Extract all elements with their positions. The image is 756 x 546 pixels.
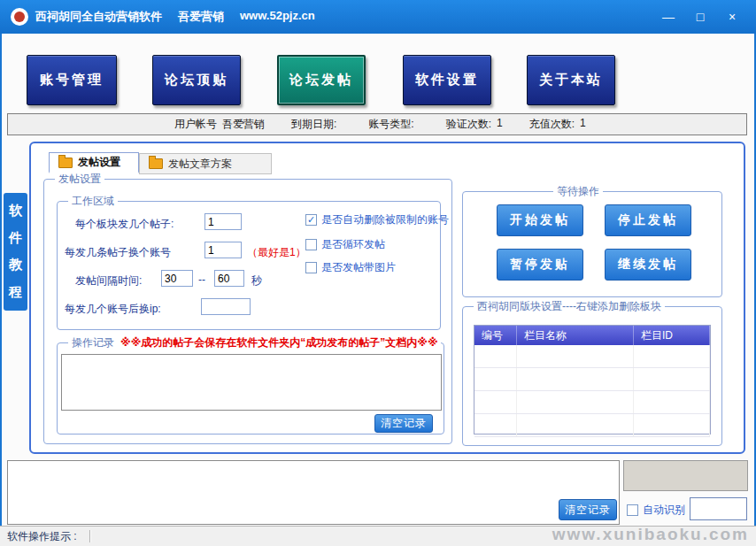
software-tutorial-strip[interactable]: 软 件 教 程	[4, 193, 27, 311]
maximize-icon[interactable]: □	[690, 7, 710, 27]
interval-to-input[interactable]	[214, 270, 244, 287]
board-table-header: 编号 栏目名称 栏目ID	[474, 326, 710, 345]
side-status-panel	[623, 460, 748, 491]
account-user: 用户帐号 吾爱营销	[174, 117, 265, 132]
app-title: 西祠胡同全自动营销软件	[35, 9, 162, 25]
nav-software-settings[interactable]: 软件设置	[403, 55, 491, 105]
success-save-notice: ※※成功的帖子会保存在软件文件夹内“成功发布的帖子”文档内※※	[118, 335, 441, 350]
minimize-icon[interactable]: —	[659, 7, 678, 27]
clear-bottom-log-button[interactable]: 清空记录	[559, 499, 617, 520]
main-panel: 发帖设置 发帖文章方案 发帖设置 工作区域 每个板块发几个帖子: 每发几条帖子换…	[29, 142, 745, 454]
account-info-bar: 用户帐号 吾爱营销 到期日期: 账号类型: 验证次数: 1 充值次数: 1	[7, 113, 747, 135]
status-separator	[89, 530, 90, 542]
auto-detect-input[interactable]	[690, 497, 747, 520]
wait-operation-group: 等待操作 开始发帖 停止发帖 暂停发贴 继续发帖	[462, 191, 722, 297]
nav-account-management[interactable]: 账号管理	[27, 55, 117, 105]
operation-record-group: 操作记录 ※※成功的帖子会保存在软件文件夹内“成功发布的帖子”文档内※※ 清空记…	[57, 342, 444, 434]
table-row[interactable]	[474, 345, 710, 368]
checkbox-loop-post[interactable]: ✓ 是否循环发帖	[305, 237, 385, 252]
posts-per-board-input[interactable]	[204, 213, 242, 230]
app-window: 西祠胡同全自动营销软件 吾爱营销 www.52pjz.cn — □ × 账号管理…	[0, 0, 756, 546]
posts-per-account-input[interactable]	[204, 242, 242, 258]
checkbox-label: 是否循环发帖	[321, 237, 385, 252]
site-url: www.52pjz.cn	[240, 9, 315, 25]
account-type: 账号类型:	[368, 117, 419, 132]
interval-dash: --	[198, 273, 205, 286]
post-settings-group-label: 发帖设置	[55, 172, 104, 187]
account-expire: 到期日期:	[291, 117, 342, 132]
verify-count-label: 验证次数:	[446, 117, 491, 132]
table-row[interactable]	[474, 391, 710, 414]
account-expire-label: 到期日期:	[291, 117, 336, 132]
account-user-label: 用户帐号	[174, 117, 217, 132]
account-type-label: 账号类型:	[368, 117, 413, 132]
strip-char: 软	[9, 203, 22, 219]
operation-record-label: 操作记录	[68, 335, 118, 350]
nav-forum-post[interactable]: 论坛发帖	[277, 55, 366, 105]
work-area-group: 工作区域 每个板块发几个帖子: 每发几条帖子换个账号 （最好是1） 发帖间隔时间…	[57, 201, 441, 330]
clear-record-button[interactable]: 清空记录	[374, 414, 433, 433]
best-is-one-hint: （最好是1）	[247, 245, 306, 260]
col-number: 编号	[474, 326, 517, 345]
title-bar: 西祠胡同全自动营销软件 吾爱营销 www.52pjz.cn — □ ×	[0, 0, 756, 34]
strip-char: 件	[9, 230, 22, 247]
watermark-text: www.xunibaoku.com	[552, 525, 749, 544]
folder-icon	[58, 158, 73, 168]
stop-post-button[interactable]: 停止发帖	[605, 204, 691, 236]
checkbox-icon: ✓	[305, 214, 317, 226]
strip-char: 程	[9, 284, 22, 301]
account-verify-count: 验证次数: 1	[446, 117, 503, 132]
pause-post-button[interactable]: 暂停发贴	[497, 249, 583, 281]
folder-icon	[149, 158, 163, 169]
post-settings-group: 发帖设置 工作区域 每个板块发几个帖子: 每发几条帖子换个账号 （最好是1） 发…	[43, 179, 452, 444]
close-icon[interactable]: ×	[722, 7, 742, 27]
account-user-value: 吾爱营销	[222, 117, 265, 132]
continue-post-button[interactable]: 继续发帖	[605, 249, 691, 281]
interval-from-input[interactable]	[161, 270, 193, 287]
window-title: 西祠胡同全自动营销软件 吾爱营销 www.52pjz.cn	[35, 9, 315, 25]
wait-operation-label: 等待操作	[553, 184, 603, 199]
board-table-body[interactable]	[474, 345, 710, 437]
interval-unit-label: 秒	[251, 273, 262, 288]
board-settings-label: 西祠胡同版块设置----右键添加删除板块	[474, 299, 665, 314]
nav-forum-bump[interactable]: 论坛顶贴	[152, 55, 241, 105]
recharge-count-value: 1	[580, 117, 586, 132]
post-interval-label: 发帖间隔时间:	[75, 273, 142, 288]
table-row[interactable]	[474, 414, 710, 437]
col-section-id: 栏目ID	[634, 326, 710, 345]
work-area-group-label: 工作区域	[68, 194, 118, 209]
checkbox-post-with-images[interactable]: ✓ 是否发帖带图片	[305, 260, 396, 275]
window-controls: — □ ×	[659, 7, 742, 27]
posts-per-board-label: 每个板块发几个帖子:	[75, 217, 174, 232]
checkbox-icon: ✓	[627, 504, 638, 516]
recharge-count-label: 充值次数:	[529, 117, 575, 132]
checkbox-icon: ✓	[305, 239, 317, 250]
tab-post-article-plan[interactable]: 发帖文章方案	[139, 153, 272, 174]
table-row[interactable]	[474, 368, 710, 391]
checkbox-label: 是否自动删除被限制的账号	[321, 212, 449, 227]
verify-count-value: 1	[497, 117, 503, 132]
account-recharge-count: 充值次数: 1	[529, 117, 586, 132]
app-logo-icon	[11, 8, 28, 26]
auto-detect-label: 自动识别	[643, 503, 685, 518]
tab-post-settings[interactable]: 发帖设置	[49, 152, 139, 173]
accounts-per-ip-input[interactable]	[201, 298, 251, 315]
tab-label: 发帖设置	[78, 155, 120, 170]
vendor-name: 吾爱营销	[178, 9, 224, 25]
checkbox-auto-detect[interactable]: ✓ 自动识别	[627, 503, 685, 518]
board-settings-group: 西祠胡同版块设置----右键添加删除板块 编号 栏目名称 栏目ID	[462, 306, 722, 446]
bottom-log-area[interactable]	[7, 460, 620, 525]
accounts-per-ip-label: 每发几个账号后换ip:	[65, 302, 161, 317]
board-table[interactable]: 编号 栏目名称 栏目ID	[474, 325, 711, 434]
checkbox-label: 是否发帖带图片	[321, 260, 396, 275]
start-post-button[interactable]: 开始发帖	[497, 204, 583, 236]
status-hint-label: 软件操作提示 :	[0, 529, 77, 544]
nav-about-site[interactable]: 关于本站	[527, 55, 615, 105]
checkbox-icon: ✓	[305, 262, 317, 273]
posts-per-account-label: 每发几条帖子换个账号	[65, 245, 171, 260]
tab-label: 发帖文章方案	[168, 157, 232, 172]
operation-record-log[interactable]	[61, 354, 442, 411]
col-section-name: 栏目名称	[517, 326, 634, 345]
strip-char: 教	[9, 257, 22, 273]
checkbox-auto-delete-limited[interactable]: ✓ 是否自动删除被限制的账号	[305, 212, 449, 227]
